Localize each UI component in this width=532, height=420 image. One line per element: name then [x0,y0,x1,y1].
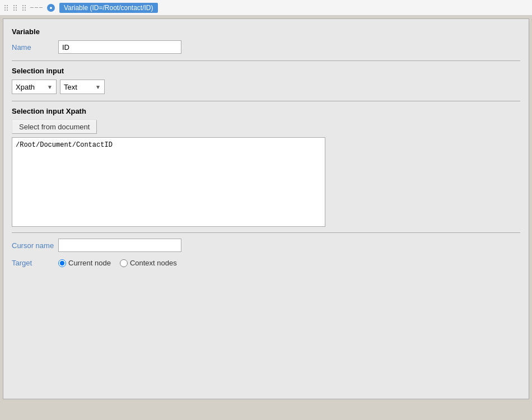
nav-dot [4,7,6,8]
name-input[interactable] [58,40,181,54]
nav-dot [22,7,24,8]
nav-dot [13,7,15,8]
nav-dot [13,5,15,6]
name-label: Name [12,43,54,52]
separator-1 [12,60,520,61]
radio-context-nodes[interactable] [120,259,128,267]
selection-xpath-section: Selection input Xpath Select from docume… [12,107,520,227]
text-dropdown-arrow: ▼ [95,84,101,90]
dot-group-1 [4,5,8,11]
variable-section-title: Variable [12,27,520,36]
target-label: Target [12,259,54,267]
variable-section: Variable Name [12,27,520,54]
nav-dots [4,5,26,11]
main-panel: Variable Name Selection input Xpath ▼ Te… [3,18,529,399]
dot-group-3 [22,5,26,11]
xpath-textarea[interactable] [12,137,325,227]
xpath-dropdown[interactable]: Xpath ▼ [12,80,57,94]
text-dropdown-value: Text [64,83,77,91]
cursor-name-row: Cursor name [12,239,520,252]
dropdown-group: Xpath ▼ Text ▼ [12,80,520,94]
nav-dot [16,7,17,8]
node-label: Variable (ID=/Root/contact/ID) [59,3,158,13]
nav-dot [25,7,26,8]
target-row: Target Current node Context nodes [12,259,520,267]
node-icon: ● [47,4,55,12]
nav-dot [22,10,24,11]
nav-dot [22,5,24,6]
top-nav-area: ● Variable (ID=/Root/contact/ID) [0,0,532,16]
cursor-name-input[interactable] [58,239,181,252]
separator-3 [12,232,520,233]
cursor-name-label: Cursor name [12,241,54,250]
nav-dot [4,5,6,6]
radio-group: Current node Context nodes [58,259,183,267]
radio-current-node[interactable] [58,259,66,267]
nav-dot [25,10,26,11]
nav-dot [4,10,6,11]
nav-dot [13,10,15,11]
text-dropdown[interactable]: Text ▼ [60,80,105,94]
radio-current-node-label: Current node [68,259,111,267]
nav-dot [7,5,8,6]
nav-dot [7,7,8,8]
selection-input-title: Selection input [12,67,520,75]
xpath-dropdown-value: Xpath [16,83,35,91]
connector-line [30,7,43,8]
dot-group-2 [13,5,17,11]
selection-input-section: Selection input Xpath ▼ Text ▼ [12,67,520,94]
separator-2 [12,101,520,101]
nav-dot [16,10,17,11]
nav-dot [16,5,17,6]
radio-option-current: Current node [58,259,111,267]
radio-option-context: Context nodes [120,259,177,267]
selection-xpath-title: Selection input Xpath [12,107,520,115]
nav-dot [25,5,26,6]
name-field-row: Name [12,40,520,54]
xpath-dropdown-arrow: ▼ [47,84,53,90]
nav-dot [7,10,8,11]
select-from-document-button[interactable]: Select from document [12,120,97,134]
radio-context-nodes-label: Context nodes [130,259,177,267]
